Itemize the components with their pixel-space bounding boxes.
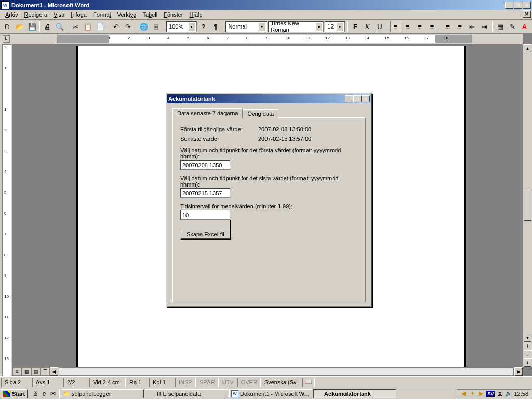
minimize-button[interactable]: _ (505, 2, 513, 9)
bold-icon[interactable]: F (350, 21, 361, 32)
zoom-combo[interactable]: 100%▼ (166, 21, 196, 32)
indent-icon[interactable]: ⇥ (479, 21, 490, 32)
redo-icon[interactable]: ↷ (123, 21, 134, 32)
style-combo[interactable]: Normal▼ (225, 21, 267, 32)
dialog-title: Ackumulatortank (168, 96, 215, 102)
open-icon[interactable]: 📂 (14, 21, 25, 32)
scroll-left-icon[interactable]: ◀ (50, 367, 58, 376)
create-excel-button[interactable]: Skapa Excel-fil (181, 230, 230, 239)
menubar: Arkiv Redigera Visa Infoga Format Verkty… (0, 10, 532, 20)
prev-page-icon[interactable]: ⇞ (524, 342, 531, 350)
outline-view-icon[interactable]: ☰ (41, 367, 50, 376)
task-dokument1[interactable]: WDokument1 - Microsoft W... (229, 389, 312, 398)
next-page-icon[interactable]: ⇟ (524, 358, 531, 367)
outlook-icon[interactable]: ✉ (49, 390, 57, 398)
align-right-icon[interactable]: ≡ (414, 21, 425, 32)
clock[interactable]: 12:58 (514, 391, 528, 397)
statusbar: Sida 2 Avs 1 2/2 Vid 2,4 cm Ra 1 Kol 1 I… (0, 376, 532, 388)
separator (136, 21, 136, 32)
print-preview-icon[interactable]: 🔍 (55, 21, 65, 32)
dropdown-icon[interactable]: ▼ (336, 22, 343, 31)
web-view-icon[interactable]: ▦ (22, 367, 31, 376)
scroll-thumb[interactable] (524, 190, 531, 221)
hyperlink-icon[interactable]: 🌐 (138, 21, 149, 32)
dialog-close-button[interactable]: ✕ (362, 95, 370, 102)
tray-icon[interactable]: ✦ (469, 390, 476, 397)
dropdown-icon[interactable]: ▼ (258, 22, 265, 31)
font-color-icon[interactable]: A (519, 21, 530, 32)
dropdown-icon[interactable]: ▼ (188, 22, 195, 31)
align-left-icon[interactable]: ≡ (390, 21, 401, 32)
doc-close-button[interactable]: ✕ (523, 10, 531, 18)
highlight-icon[interactable]: ✎ (507, 21, 517, 32)
menu-tabell[interactable]: Tabell (139, 10, 161, 19)
dropdown-icon[interactable]: ▼ (315, 22, 322, 31)
restore-button[interactable]: ❐ (514, 2, 522, 9)
dialog-titlebar[interactable]: Ackumulatortank _ □ ✕ (167, 94, 371, 103)
task-solpanellogger[interactable]: 📁solpanelLogger (61, 389, 144, 398)
menu-verktyg[interactable]: Verktyg (114, 10, 140, 19)
bullet-list-icon[interactable]: ≡ (455, 21, 466, 32)
menu-hjalp[interactable]: Hjälp (187, 10, 206, 19)
cut-icon[interactable]: ✂ (70, 21, 81, 32)
tables-icon[interactable]: ⊞ (151, 21, 162, 32)
scroll-down-icon[interactable]: ▼ (524, 334, 531, 342)
separator (39, 21, 40, 32)
ie-icon[interactable]: e (40, 390, 48, 398)
tab-data-senaste[interactable]: Data senaste 7 dagarna (172, 108, 243, 118)
menu-format[interactable]: Format (90, 10, 114, 19)
status-book-icon[interactable]: 📖 (302, 378, 315, 387)
undo-icon[interactable]: ↶ (110, 21, 121, 32)
network-icon[interactable]: 🖧 (496, 390, 503, 397)
new-doc-icon[interactable]: 🗋 (2, 21, 13, 32)
vruler-scale: 2112345678910111213 (2, 44, 11, 377)
justify-icon[interactable]: ≡ (427, 21, 437, 32)
menu-visa[interactable]: Visa (50, 10, 68, 19)
menu-fonster[interactable]: Fönster (161, 10, 186, 19)
close-button[interactable]: ✕ (523, 2, 531, 9)
volume-icon[interactable]: 🔊 (505, 390, 512, 397)
font-combo[interactable]: Times New Roman▼ (268, 21, 324, 32)
size-combo[interactable]: 12▼ (325, 21, 345, 32)
align-center-icon[interactable]: ≡ (402, 21, 413, 32)
vertical-scrollbar[interactable]: ▲ ▼ ⇞ ○ ⇟ (523, 44, 532, 367)
scroll-right-icon[interactable]: ▶ (514, 367, 523, 376)
copy-icon[interactable]: 📋 (83, 21, 94, 32)
menu-redigera[interactable]: Redigera (21, 10, 50, 19)
borders-icon[interactable]: ▦ (495, 21, 506, 32)
separator (68, 21, 68, 32)
menu-arkiv[interactable]: Arkiv (2, 10, 21, 19)
outdent-icon[interactable]: ⇤ (467, 21, 477, 32)
tray-icon[interactable]: ▶ (477, 390, 485, 397)
status-at: Vid 2,4 cm (89, 378, 126, 387)
paragraph-icon[interactable]: ¶ (210, 21, 221, 32)
scroll-up-icon[interactable]: ▲ (524, 44, 531, 52)
help-icon[interactable]: ? (198, 21, 209, 32)
numbered-list-icon[interactable]: ≡ (442, 21, 453, 32)
italic-icon[interactable]: K (362, 21, 373, 32)
normal-view-icon[interactable]: ≡ (12, 367, 22, 376)
pick-first-input[interactable] (180, 160, 230, 170)
interval-label: Tidsintervall för medelvärden (minuter 1… (180, 203, 358, 209)
task-tfe-solpaneldata[interactable]: TFE solpaneldata (145, 389, 228, 398)
start-button[interactable]: Start (1, 389, 28, 398)
horizontal-scrollbar: ≡ ▦ ▤ ☰ ◀ ▶ (12, 367, 523, 376)
interval-input[interactable] (180, 210, 230, 220)
show-desktop-icon[interactable]: 🖥 (31, 390, 39, 398)
save-icon[interactable]: 💾 (26, 21, 37, 32)
dialog-maximize-button[interactable]: □ (353, 95, 362, 102)
tray-icon[interactable]: ◀ (460, 390, 467, 397)
paste-icon[interactable]: 📄 (95, 21, 105, 32)
print-icon[interactable]: 🖨 (42, 21, 53, 32)
print-view-icon[interactable]: ▤ (31, 367, 41, 376)
pick-first-label: Välj datum och tidpunkt för det första v… (180, 147, 358, 159)
menu-infoga[interactable]: Infoga (68, 10, 90, 19)
pick-last-input[interactable] (180, 188, 230, 198)
task-ackumulatortank[interactable]: Ackumulatortank (313, 389, 396, 398)
browse-object-icon[interactable]: ○ (524, 350, 531, 358)
dialog-minimize-button[interactable]: _ (345, 95, 353, 102)
tab-ovrig-data[interactable]: Övrig data (243, 109, 278, 118)
hscroll-track[interactable] (59, 367, 514, 376)
underline-icon[interactable]: U (374, 21, 385, 32)
lang-indicator[interactable]: SV (486, 391, 495, 397)
